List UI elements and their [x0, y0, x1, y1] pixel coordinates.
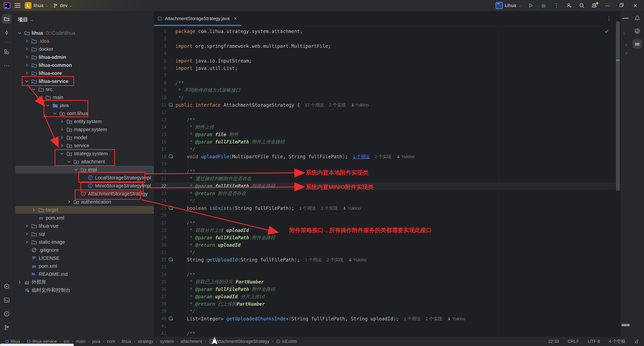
code-with-me-icon[interactable] — [566, 2, 572, 9]
main-menu-icon[interactable] — [15, 3, 20, 8]
chevron-right-icon[interactable] — [58, 143, 66, 148]
code-area[interactable]: 1package com.lihua.strategy.system.attac… — [154, 26, 620, 337]
code-line-18[interactable]: 18I void uploadFile(MultipartFile file, … — [154, 153, 620, 160]
chevron-right-icon[interactable]: › — [626, 42, 627, 47]
chevron-right-icon[interactable] — [65, 199, 72, 204]
code-line-31[interactable]: 31 */ — [154, 249, 620, 256]
inlay-hint[interactable]: 2 个实现 — [326, 257, 343, 263]
tree-item-lihua-admin[interactable]: lihua-admin — [14, 53, 154, 61]
implemented-marker-icon[interactable]: I — [166, 206, 176, 211]
chevron-down-icon[interactable] — [16, 31, 23, 35]
run-config-selector[interactable]: Lihua ⌄ — [496, 2, 521, 9]
chevron-right-icon[interactable] — [23, 39, 30, 43]
code-line-34[interactable]: 34 /** — [154, 271, 620, 278]
code-line-39[interactable]: 39 */ — [154, 308, 620, 315]
tree-item-strategy.system[interactable]: strategy.system — [14, 150, 154, 158]
maven-tool-icon[interactable]: m — [632, 39, 642, 48]
code-line-2[interactable]: 2 — [154, 35, 620, 42]
tree-item-attachmentstoragestrategy[interactable]: IAttachmentStorageStrategy — [14, 190, 154, 198]
git-tool-icon[interactable] — [2, 323, 12, 332]
tab-close-icon[interactable]: ✕ — [234, 16, 237, 21]
chevron-right-icon[interactable] — [23, 224, 30, 228]
code-line-26[interactable]: 26 — [154, 212, 620, 219]
chevron-right-icon[interactable] — [23, 47, 30, 51]
tree-item-.gitignore[interactable]: .gitignore — [14, 246, 154, 254]
terminal-tool-icon[interactable] — [2, 296, 12, 305]
code-line-36[interactable]: 36 * @param fullFilePath 附件全路径 — [154, 286, 620, 293]
notifications-tool-icon[interactable] — [632, 13, 642, 23]
tree-item-lihua-common[interactable]: lihua-common — [14, 61, 154, 69]
tree-item-外部库[interactable]: 外部库 — [14, 278, 154, 286]
code-line-12[interactable]: 12 — [154, 109, 620, 116]
inlay-hint[interactable]: 2 个实现 — [375, 154, 392, 160]
window-restore-button[interactable] — [618, 3, 625, 8]
commit-tool-icon[interactable] — [2, 28, 12, 37]
breadcrumb-strategy[interactable]: strategy — [138, 339, 153, 344]
chevron-right-icon[interactable] — [58, 135, 66, 140]
code-line-17[interactable]: 17 */ — [154, 146, 620, 153]
tree-item-lihua-core[interactable]: lihua-core — [14, 69, 154, 77]
tree-item-lihua[interactable]: lihuaD:\Code\lihua — [14, 29, 154, 37]
run-button[interactable] — [528, 2, 534, 9]
code-line-29[interactable]: 29 * @param fullFilePath 附件全路径 — [154, 234, 620, 241]
project-selector[interactable]: L lihua ⌄ — [25, 2, 48, 9]
implemented-marker-icon[interactable]: I — [166, 154, 176, 159]
settings-gear-icon[interactable] — [591, 2, 598, 9]
code-line-8[interactable]: 8/** — [154, 79, 620, 87]
line-ending-widget[interactable]: CRLF — [568, 339, 579, 344]
chevron-down-icon[interactable] — [72, 167, 80, 172]
more-tool-icon[interactable]: ⋯ — [2, 61, 12, 70]
breadcrumb-lihua-service[interactable]: lihua-service — [27, 339, 57, 344]
inlay-hint[interactable]: 1 个用法 — [305, 257, 322, 263]
chevron-right-icon[interactable] — [30, 208, 38, 212]
mini-scrollbar-pill[interactable] — [621, 324, 630, 326]
code-line-10[interactable]: 10 */ — [154, 94, 620, 101]
code-line-9[interactable]: 9 * 不同附件存储方式策略接口 — [154, 87, 620, 94]
chevron-right-icon[interactable] — [23, 63, 30, 67]
services-tool-icon[interactable] — [2, 282, 12, 291]
chevron-right-icon[interactable] — [23, 240, 30, 244]
breadcrumb-attachment[interactable]: attachment — [180, 339, 202, 344]
code-line-7[interactable]: 7 — [154, 72, 620, 79]
code-line-32[interactable]: 32I String getUploadId(String fullFilePa… — [154, 256, 620, 264]
inlay-hint[interactable]: 2 个实现 — [329, 102, 346, 108]
tree-item-java[interactable]: java — [14, 101, 154, 109]
chevron-right-icon[interactable] — [23, 71, 30, 75]
breadcrumb-main[interactable]: main — [76, 339, 86, 344]
inspections-ok-icon[interactable] — [604, 29, 609, 34]
editor-vertical-scrollbar[interactable] — [616, 21, 620, 191]
code-line-30[interactable]: 30 * @return uploadId — [154, 241, 620, 249]
chevron-right-icon[interactable] — [58, 119, 66, 124]
code-line-1[interactable]: 1package com.lihua.strategy.system.attac… — [154, 28, 620, 35]
code-line-35[interactable]: 35 * 获取已上传的分片 PartNumber — [154, 278, 620, 286]
tree-item-attachment[interactable]: attachment — [14, 158, 154, 166]
chevron-down-icon[interactable] — [37, 95, 44, 100]
tree-item-authentication[interactable]: authentication — [14, 198, 154, 206]
tree-item-临时文件和控制台[interactable]: 临时文件和控制台 — [14, 286, 154, 294]
breadcrumb-lihua[interactable]: lihua — [5, 339, 20, 344]
tree-item-miniostoragestrategyimpl[interactable]: CMinioStorageStrategyImpl — [14, 182, 154, 190]
code-line-4[interactable]: 4 — [154, 50, 620, 57]
code-line-11[interactable]: 11Ipublic interface AttachmentStorageStr… — [154, 101, 620, 109]
chevron-down-icon[interactable] — [44, 103, 52, 108]
code-line-6[interactable]: 6import java.util.List; — [154, 64, 620, 72]
code-line-38[interactable]: 38 * @return 已上传的PartNumber — [154, 300, 620, 308]
tree-item-model[interactable]: model — [14, 133, 154, 141]
indent-widget[interactable]: 4 个空格 — [609, 339, 626, 344]
inlay-hint[interactable]: 2 个实现 — [426, 316, 442, 322]
author-inlay[interactable]: Yukino — [351, 102, 369, 108]
hide-panel-icon[interactable] — [622, 18, 628, 18]
code-line-15[interactable]: 15 * @param file 附件 — [154, 131, 620, 138]
inlay-hint[interactable]: 2 个实现 — [321, 205, 338, 211]
project-tool-icon[interactable] — [2, 14, 12, 24]
code-line-16[interactable]: 16 * @param fullFilePath 附件上传全路径 — [154, 138, 620, 146]
tree-item-license[interactable]: LICENSE — [14, 254, 154, 262]
search-everywhere-icon[interactable] — [579, 2, 585, 9]
breadcrumb-system[interactable]: system — [160, 339, 174, 344]
breadcrumb-java[interactable]: java — [92, 339, 100, 344]
chevron-down-icon[interactable]: ⌄ — [30, 17, 33, 22]
author-inlay[interactable]: Yukino — [348, 257, 366, 262]
tree-item-readme.md[interactable]: M↓README.md — [14, 270, 154, 278]
author-inlay[interactable]: Yukino — [396, 154, 414, 159]
caret-position-widget[interactable]: 22:33 — [548, 339, 559, 344]
